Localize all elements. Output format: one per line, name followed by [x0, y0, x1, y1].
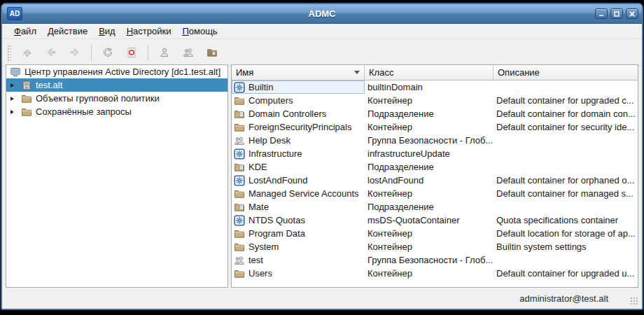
- resize-grip-icon[interactable]: [630, 297, 638, 305]
- folder-icon: [21, 93, 32, 104]
- table-row[interactable]: NTDS QuotasmsDS-QuotaContainerQuota spec…: [232, 214, 638, 227]
- cell-class: infrastructureUpdate: [365, 147, 493, 160]
- expander-icon[interactable]: [6, 83, 18, 88]
- folder-icon: [234, 188, 245, 200]
- table-row[interactable]: BuiltinbuiltinDomain: [232, 80, 638, 94]
- folder-icon: [234, 268, 245, 279]
- cell-class: lostAndFound: [365, 174, 493, 187]
- folder-icon: [234, 95, 245, 106]
- navigate-forward-button[interactable]: [64, 42, 85, 63]
- table-row[interactable]: Help DeskГруппа Безопасности - Глоб...: [232, 134, 638, 147]
- toolbar-grip[interactable]: [6, 44, 11, 61]
- tree-item-label: Сохранённые запросы: [36, 106, 132, 117]
- tree-root-item[interactable]: Центр управления Active Directory [dc1.t…: [6, 65, 227, 78]
- tree-item-label: Объекты групповой политики: [36, 93, 160, 104]
- column-header-class[interactable]: Класс: [365, 65, 493, 80]
- table-row[interactable]: MateПодразделение: [232, 200, 638, 214]
- create-group-button[interactable]: [178, 42, 199, 63]
- column-header-label: Класс: [369, 67, 393, 78]
- admc-window: AD ADMC ФайлДействиеВидНастройкиПомощь Ц…: [1, 3, 643, 310]
- close-button[interactable]: [626, 8, 638, 19]
- folder-icon: [234, 228, 245, 239]
- refresh-button[interactable]: [97, 42, 118, 63]
- group-icon: [234, 135, 245, 146]
- cell-name: Computers: [232, 94, 365, 107]
- cell-name: Users: [232, 267, 365, 280]
- cell-description: Builtin system settings: [493, 240, 638, 253]
- table-row[interactable]: Managed Service AccountsКонтейнерDefault…: [232, 187, 638, 200]
- monitor-icon: [10, 66, 21, 78]
- cell-description: Default container for orphaned o...: [493, 174, 638, 187]
- minimize-button[interactable]: [595, 8, 608, 19]
- ou-icon: [234, 202, 245, 213]
- special-icon: [234, 148, 245, 160]
- object-name: Domain Controllers: [248, 108, 326, 119]
- cell-description: Default container for upgraded u...: [493, 267, 638, 280]
- cell-description: Default container for managed s...: [493, 187, 638, 200]
- cell-description: Default container for upgraded c...: [493, 94, 638, 107]
- maximize-button[interactable]: [610, 8, 623, 19]
- group-icon: [234, 255, 245, 266]
- cell-name: System: [232, 240, 365, 253]
- menu-item-view[interactable]: Вид: [94, 24, 120, 38]
- cell-name: Program Data: [232, 227, 365, 240]
- expander-icon[interactable]: [6, 110, 18, 114]
- column-header-label: Описание: [498, 67, 540, 78]
- cell-class: Контейнер: [365, 120, 493, 134]
- sort-indicator-icon: [354, 71, 360, 74]
- domain-icon: [21, 80, 32, 91]
- table-row[interactable]: UsersКонтейнерDefault container for upgr…: [232, 267, 638, 280]
- tree-item[interactable]: Сохранённые запросы: [6, 105, 227, 118]
- maximize-icon: [613, 10, 620, 18]
- cell-description: Default container for domain con...: [493, 107, 638, 120]
- tree-item[interactable]: test.alt: [6, 78, 227, 92]
- table-row[interactable]: InfrastructureinfrastructureUpdate: [232, 147, 638, 160]
- back-arrow-icon: [46, 47, 57, 58]
- cell-description: [493, 160, 638, 174]
- tree-item[interactable]: Объекты групповой политики: [6, 92, 227, 105]
- column-header-description[interactable]: Описание: [493, 65, 638, 80]
- table-row[interactable]: testГруппа Безопасности - Глоб...: [232, 253, 638, 267]
- table-row[interactable]: LostAndFoundlostAndFoundDefault containe…: [232, 174, 638, 187]
- query-button[interactable]: [121, 42, 142, 63]
- cell-class: Группа Безопасности - Глоб...: [365, 134, 493, 147]
- object-name: ForeignSecurityPrincipals: [248, 122, 351, 132]
- object-name: Users: [248, 268, 272, 279]
- table-row[interactable]: ComputersКонтейнерDefault container for …: [232, 94, 638, 107]
- menu-item-settings[interactable]: Настройки: [122, 24, 176, 38]
- up-arrow-icon: [22, 47, 33, 58]
- create-ou-button[interactable]: [202, 42, 223, 63]
- column-header-label: Имя: [236, 67, 253, 78]
- object-name: Mate: [248, 202, 269, 212]
- table-row[interactable]: KDEПодразделение: [232, 160, 638, 174]
- table-row[interactable]: Domain ControllersПодразделениеDefault c…: [232, 107, 638, 120]
- table-body: BuiltinbuiltinDomainComputersКонтейнерDe…: [232, 80, 638, 280]
- table-row[interactable]: Program DataКонтейнерDefault location fo…: [232, 227, 638, 240]
- window-controls: [595, 8, 638, 19]
- object-name: System: [248, 241, 279, 252]
- logged-in-user: administrator@test.alt: [519, 293, 608, 304]
- table-row[interactable]: SystemКонтейнерBuiltin system settings: [232, 240, 638, 253]
- column-header-name[interactable]: Имя: [232, 65, 365, 80]
- toolbar-separator: [148, 45, 148, 60]
- create-user-button[interactable]: [154, 42, 175, 63]
- status-bar: administrator@test.alt: [2, 288, 642, 309]
- navigate-up-button[interactable]: [17, 42, 38, 63]
- menu-item-help[interactable]: Помощь: [177, 24, 222, 38]
- menubar: ФайлДействиеВидНастройкиПомощь: [2, 24, 642, 39]
- expander-icon[interactable]: [6, 97, 18, 101]
- cell-class: Группа Безопасности - Глоб...: [365, 253, 493, 267]
- menu-item-file[interactable]: Файл: [9, 24, 41, 38]
- cell-name: ForeignSecurityPrincipals: [232, 120, 365, 134]
- cell-name: LostAndFound: [232, 174, 365, 187]
- menu-item-action[interactable]: Действие: [43, 24, 92, 38]
- cell-name: Domain Controllers: [232, 107, 365, 120]
- table-row[interactable]: ForeignSecurityPrincipalsКонтейнерDefaul…: [232, 120, 638, 134]
- title-bar[interactable]: AD ADMC: [2, 4, 642, 24]
- special-icon: [234, 215, 245, 226]
- cell-description: [493, 80, 638, 94]
- cell-name: KDE: [232, 160, 365, 174]
- ou-icon: [234, 108, 245, 120]
- navigate-back-button[interactable]: [41, 42, 62, 63]
- ou-icon: [234, 162, 245, 173]
